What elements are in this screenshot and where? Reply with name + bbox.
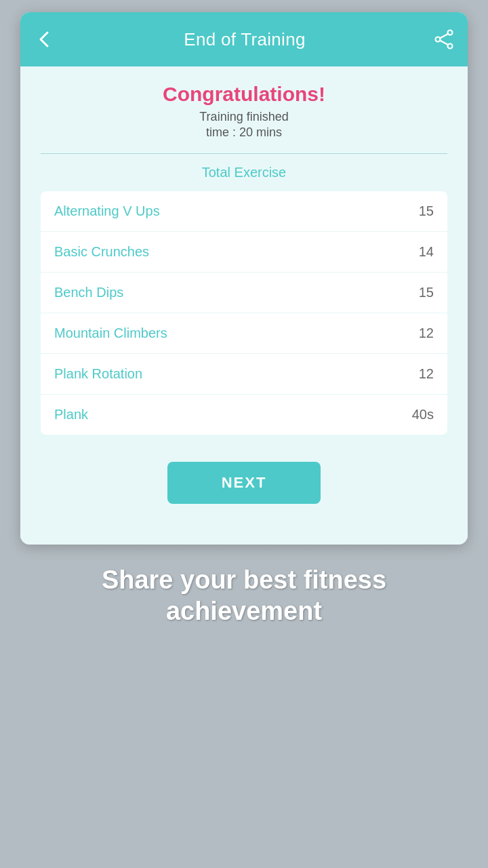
back-button[interactable] <box>34 28 56 50</box>
share-button[interactable] <box>434 29 454 50</box>
exercise-name: Basic Crunches <box>54 244 149 260</box>
exercise-name: Mountain Climbers <box>54 326 167 341</box>
modal-card: End of Training Congratulations! Trainin… <box>20 12 468 545</box>
svg-line-4 <box>440 41 448 45</box>
congratulations-title: Congratulations! <box>41 83 447 106</box>
exercise-row: Mountain Climbers12 <box>41 313 447 354</box>
exercise-row: Bench Dips15 <box>41 273 447 313</box>
bottom-tagline: Share your best fitness achievement <box>0 545 488 627</box>
exercise-name: Alternating V Ups <box>54 203 160 219</box>
exercise-row: Basic Crunches14 <box>41 232 447 273</box>
section-divider <box>41 153 447 154</box>
exercise-list: Alternating V Ups15Basic Crunches14Bench… <box>41 191 447 435</box>
exercise-count: 40s <box>412 407 434 422</box>
exercise-count: 14 <box>419 244 434 260</box>
congratulations-section: Congratulations! Training finished time … <box>41 83 447 140</box>
header: End of Training <box>20 12 468 66</box>
exercise-count: 12 <box>419 326 434 341</box>
exercise-row: Alternating V Ups15 <box>41 191 447 232</box>
training-time-text: time : 20 mins <box>41 125 447 140</box>
next-button[interactable]: NEXT <box>167 462 321 504</box>
exercise-name: Bench Dips <box>54 285 123 300</box>
exercise-row: Plank Rotation12 <box>41 354 447 395</box>
exercise-count: 15 <box>419 203 434 219</box>
exercise-count: 15 <box>419 285 434 300</box>
page-title: End of Training <box>184 29 305 50</box>
training-finished-text: Training finished <box>41 110 447 124</box>
exercise-name: Plank <box>54 407 88 422</box>
exercise-row: Plank40s <box>41 395 447 435</box>
total-exercise-label: Total Exercise <box>41 165 447 180</box>
next-button-wrapper: NEXT <box>41 435 447 524</box>
exercise-name: Plank Rotation <box>54 366 142 382</box>
exercise-count: 12 <box>419 366 434 382</box>
svg-line-3 <box>440 34 448 38</box>
content-area: Congratulations! Training finished time … <box>20 66 468 545</box>
